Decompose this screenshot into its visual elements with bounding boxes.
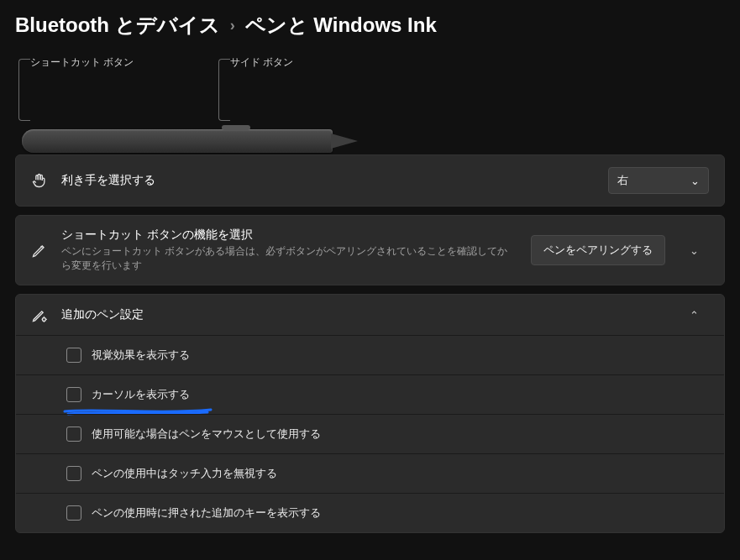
option-label: 使用可能な場合はペンをマウスとして使用する — [92, 427, 321, 442]
checkbox-ignore-touch[interactable] — [66, 466, 81, 481]
choose-hand-select[interactable]: 右 ⌄ — [608, 167, 709, 194]
breadcrumb-current: ペンと Windows Ink — [245, 12, 437, 39]
breadcrumb: Bluetooth とデバイス › ペンと Windows Ink — [0, 0, 740, 54]
expand-shortcut-button[interactable]: ⌄ — [679, 244, 709, 257]
shortcut-title: ショートカット ボタンの機能を選択 — [61, 228, 517, 243]
pen-side-button-label: サイド ボタン — [230, 56, 293, 68]
option-show-cursor[interactable]: カーソルを表示する — [16, 374, 724, 414]
checkbox-pen-as-mouse[interactable] — [66, 427, 81, 442]
checkbox-show-extra-keys[interactable] — [66, 505, 81, 521]
shortcut-desc: ペンにショートカット ボタンがある場合は、必ずボタンがペアリングされていることを… — [61, 244, 517, 273]
checkbox-show-cursor[interactable] — [66, 387, 81, 402]
choose-hand-value: 右 — [617, 173, 628, 188]
pen-icon — [31, 242, 48, 259]
option-pen-as-mouse[interactable]: 使用可能な場合はペンをマウスとして使用する — [16, 414, 724, 453]
svg-point-0 — [43, 318, 46, 322]
chevron-right-icon: › — [230, 17, 235, 34]
pen-illustration — [22, 129, 333, 153]
pen-settings-icon — [31, 306, 48, 323]
pen-shortcut-button-label: ショートカット ボタン — [30, 56, 134, 68]
card-choose-hand: 利き手を選択する 右 ⌄ — [15, 154, 725, 207]
hand-icon — [31, 172, 48, 189]
collapse-additional-button[interactable]: ⌃ — [679, 309, 709, 322]
additional-title: 追加のペン設定 — [61, 307, 665, 322]
option-show-extra-keys[interactable]: ペンの使用時に押された追加のキーを表示する — [16, 493, 724, 532]
checkbox-visual-effects[interactable] — [66, 348, 81, 363]
breadcrumb-parent[interactable]: Bluetooth とデバイス — [15, 12, 220, 39]
additional-items: 視覚効果を表示する カーソルを表示する 使用可能な場合はペンをマウスとして使用す… — [16, 335, 724, 532]
option-visual-effects[interactable]: 視覚効果を表示する — [16, 336, 724, 374]
choose-hand-title: 利き手を選択する — [61, 173, 595, 188]
chevron-down-icon: ⌄ — [690, 175, 700, 187]
option-label: ペンの使用中はタッチ入力を無視する — [92, 466, 277, 481]
option-ignore-touch[interactable]: ペンの使用中はタッチ入力を無視する — [16, 453, 724, 493]
option-label: ペンの使用時に押された追加のキーを表示する — [92, 505, 321, 521]
pair-pen-button[interactable]: ペンをペアリングする — [531, 235, 665, 265]
card-shortcut-button: ショートカット ボタンの機能を選択 ペンにショートカット ボタンがある場合は、必… — [15, 215, 725, 285]
pen-diagram: ショートカット ボタン サイド ボタン — [15, 54, 725, 154]
option-label: カーソルを表示する — [92, 387, 190, 402]
option-label: 視覚効果を表示する — [92, 348, 190, 363]
card-additional-pen-settings: 追加のペン設定 ⌃ 視覚効果を表示する カーソルを表示する 使用可能な場合はペン… — [15, 294, 725, 533]
